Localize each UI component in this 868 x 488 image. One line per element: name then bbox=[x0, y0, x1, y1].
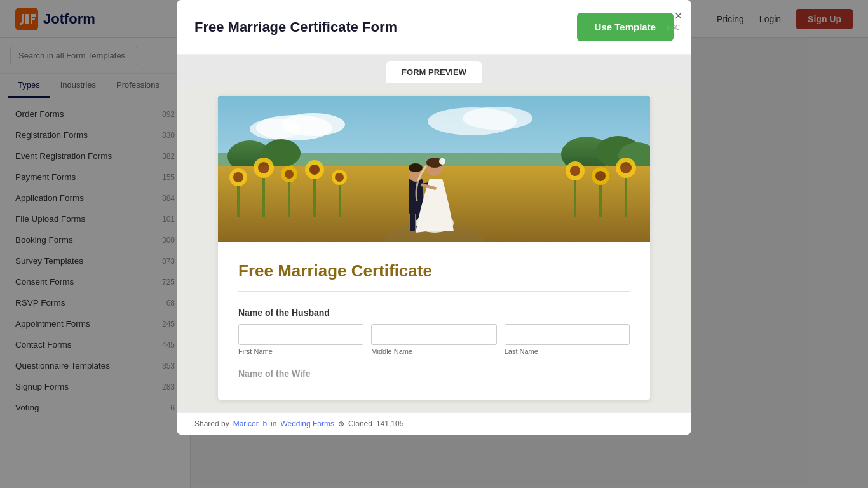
husband-section-label: Name of the Husband bbox=[238, 308, 630, 318]
middle-name-label: Middle Name bbox=[371, 348, 496, 355]
in-text: in bbox=[271, 419, 276, 428]
author-link[interactable]: Maricor_b bbox=[233, 419, 267, 428]
svg-point-28 bbox=[335, 173, 344, 182]
modal-footer: Shared by Maricor_b in Wedding Forms ⊕ C… bbox=[177, 412, 691, 435]
category-link[interactable]: Wedding Forms bbox=[280, 419, 334, 428]
modal-overlay[interactable]: Free Marriage Certificate Form Use Templ… bbox=[0, 0, 868, 488]
first-name-label: First Name bbox=[238, 348, 363, 355]
svg-rect-43 bbox=[410, 212, 415, 231]
clone-count: 141,105 bbox=[376, 419, 403, 428]
form-hero-image bbox=[218, 96, 650, 242]
svg-point-16 bbox=[233, 172, 243, 182]
svg-point-37 bbox=[620, 162, 632, 173]
first-name-field: First Name bbox=[238, 324, 363, 355]
clone-icon: ⊕ bbox=[338, 419, 344, 428]
svg-point-22 bbox=[285, 170, 294, 179]
modal-dialog: Free Marriage Certificate Form Use Templ… bbox=[177, 0, 691, 435]
form-divider bbox=[238, 291, 630, 292]
form-title: Free Marriage Certificate bbox=[238, 261, 630, 281]
first-name-input[interactable] bbox=[238, 324, 363, 345]
form-card: Free Marriage Certificate Name of the Hu… bbox=[218, 96, 650, 400]
middle-name-field: Middle Name bbox=[371, 324, 496, 355]
modal-title: Free Marriage Certificate Form bbox=[194, 19, 397, 36]
modal-header: Free Marriage Certificate Form Use Templ… bbox=[177, 0, 691, 55]
form-body: Free Marriage Certificate Name of the Hu… bbox=[218, 242, 650, 400]
svg-point-6 bbox=[463, 107, 532, 130]
form-preview-area: Free Marriage Certificate Name of the Hu… bbox=[177, 83, 691, 412]
middle-name-input[interactable] bbox=[371, 324, 496, 345]
next-field-hint: Name of the Wife bbox=[238, 368, 630, 381]
svg-point-19 bbox=[258, 162, 269, 173]
last-name-input[interactable] bbox=[505, 324, 630, 345]
svg-point-31 bbox=[570, 166, 580, 176]
svg-point-48 bbox=[439, 158, 445, 165]
modal-tab-bar: FORM PREVIEW bbox=[177, 55, 691, 83]
last-name-label: Last Name bbox=[505, 348, 630, 355]
last-name-field: Last Name bbox=[505, 324, 630, 355]
shared-by-text: Shared by bbox=[194, 419, 229, 428]
husband-name-field-group: Name of the Husband First Name Middle Na… bbox=[238, 308, 630, 355]
name-fields-row: First Name Middle Name Last Name bbox=[238, 324, 630, 355]
svg-point-4 bbox=[250, 119, 301, 139]
svg-point-34 bbox=[595, 171, 606, 181]
form-preview-tab[interactable]: FORM PREVIEW bbox=[386, 61, 482, 83]
esc-label: ESC bbox=[667, 24, 680, 31]
svg-point-41 bbox=[409, 163, 423, 172]
use-template-button[interactable]: Use Template bbox=[577, 13, 674, 41]
hero-svg bbox=[218, 96, 650, 242]
cloned-text: Cloned bbox=[348, 419, 372, 428]
svg-point-25 bbox=[309, 165, 320, 175]
modal-close-button[interactable]: × bbox=[674, 9, 682, 23]
